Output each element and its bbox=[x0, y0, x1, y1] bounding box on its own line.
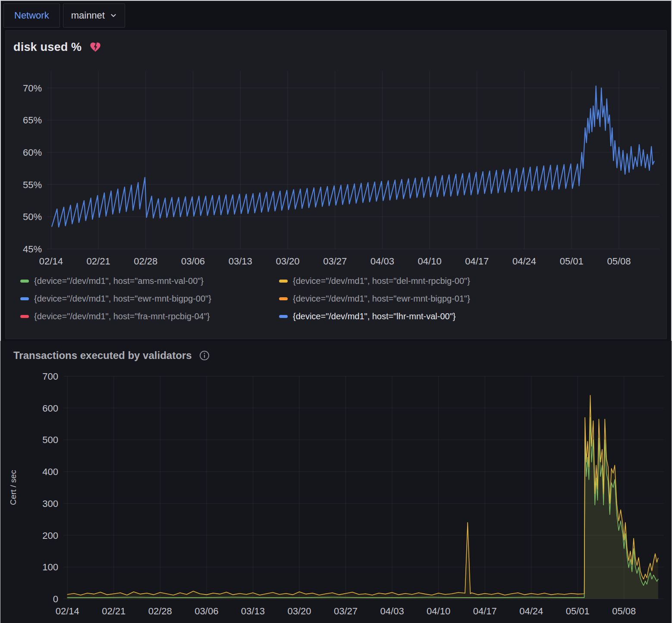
y-tick-label: 400 bbox=[42, 466, 58, 477]
legend-item[interactable]: {device="/dev/md1", host="del-mnt-rpcbig… bbox=[279, 276, 666, 286]
y-tick-label: 500 bbox=[42, 434, 58, 445]
disk-panel-title[interactable]: disk used % bbox=[13, 41, 82, 54]
y-tick-label: 60% bbox=[23, 147, 42, 158]
legend-series-swatch bbox=[20, 315, 29, 318]
x-tick-label: 03/20 bbox=[276, 256, 299, 267]
x-tick-label: 02/28 bbox=[134, 256, 157, 267]
x-tick-label: 03/13 bbox=[229, 256, 252, 267]
disk-used-chart[interactable]: 45%50%55%60%65%70%02/1402/2102/2803/0603… bbox=[6, 58, 666, 274]
legend-item[interactable]: {device="/dev/md1", host="lhr-mnt-val-00… bbox=[279, 311, 666, 321]
legend-series-swatch bbox=[279, 280, 288, 283]
legend-item-label: {device="/dev/md1", host="ewr-mnt-bigpg-… bbox=[293, 293, 470, 304]
x-tick-label: 02/14 bbox=[39, 256, 63, 267]
dashboard-submenu: Network mainnet bbox=[0, 0, 672, 28]
network-variable-dropdown[interactable]: mainnet bbox=[63, 3, 125, 28]
y-tick-label: 70% bbox=[23, 83, 42, 94]
series-area bbox=[67, 418, 658, 599]
x-tick-label: 04/10 bbox=[418, 256, 442, 267]
y-tick-label: 45% bbox=[23, 244, 42, 255]
x-tick-label: 04/03 bbox=[380, 606, 404, 617]
y-tick-label: 0 bbox=[53, 594, 58, 604]
series-line bbox=[67, 418, 658, 598]
y-tick-label: 65% bbox=[23, 115, 42, 126]
x-tick-label: 02/21 bbox=[87, 256, 110, 267]
x-tick-label: 04/17 bbox=[465, 256, 489, 267]
disk-chart-legend: {device="/dev/md1", host="ams-mnt-val-00… bbox=[6, 274, 666, 321]
legend-item[interactable]: {device="/dev/md1", host="ams-mnt-val-00… bbox=[20, 276, 279, 286]
network-variable-label-text: Network bbox=[14, 10, 49, 21]
disk-used-panel: disk used % 45%50%55%60%65%70%02/1402/21… bbox=[5, 30, 667, 339]
y-tick-label: 200 bbox=[42, 530, 58, 541]
legend-series-swatch bbox=[20, 297, 29, 300]
transactions-panel-header: Transactions executed by validators bbox=[0, 341, 672, 364]
y-tick-label: 600 bbox=[42, 403, 58, 414]
legend-series-swatch bbox=[20, 280, 29, 283]
x-tick-label: 04/24 bbox=[519, 606, 543, 617]
x-tick-label: 02/28 bbox=[148, 606, 172, 617]
x-tick-label: 05/08 bbox=[612, 606, 636, 617]
legend-series-swatch bbox=[279, 315, 288, 318]
legend-item-label: {device="/dev/md1", host="ams-mnt-val-00… bbox=[34, 276, 204, 286]
network-variable-value: mainnet bbox=[71, 10, 105, 21]
y-tick-label: 55% bbox=[23, 179, 42, 190]
legend-item-label: {device="/dev/md1", host="ewr-mnt-bigpg-… bbox=[34, 293, 211, 304]
x-tick-label: 05/01 bbox=[560, 256, 584, 267]
x-tick-label: 03/27 bbox=[323, 256, 347, 267]
legend-item-label: {device="/dev/md1", host="lhr-mnt-val-00… bbox=[293, 311, 455, 321]
x-tick-label: 03/27 bbox=[334, 606, 358, 617]
grafana-dashboard: Network mainnet disk used % 45%50%55%60%… bbox=[0, 0, 672, 623]
transactions-chart[interactable]: 010020030040050060070002/1402/2102/2803/… bbox=[0, 364, 671, 623]
legend-item-label: {device="/dev/md1", host="fra-mnt-rpcbig… bbox=[34, 311, 210, 321]
info-icon[interactable] bbox=[199, 350, 210, 361]
y-tick-label: 300 bbox=[42, 498, 58, 509]
x-tick-label: 03/06 bbox=[181, 256, 205, 267]
x-tick-label: 03/20 bbox=[287, 606, 311, 617]
disk-panel-header: disk used % bbox=[6, 31, 666, 58]
transactions-panel: Transactions executed by validators 0100… bbox=[0, 341, 672, 623]
legend-series-swatch bbox=[279, 297, 288, 300]
x-tick-label: 04/10 bbox=[427, 606, 450, 617]
y-tick-label: 50% bbox=[23, 211, 42, 222]
legend-item[interactable]: {device="/dev/md1", host="ewr-mnt-bigpg-… bbox=[20, 293, 279, 304]
x-tick-label: 03/06 bbox=[195, 606, 218, 617]
x-tick-label: 04/17 bbox=[473, 606, 497, 617]
x-tick-label: 04/03 bbox=[371, 256, 394, 267]
y-tick-label: 100 bbox=[42, 562, 58, 573]
x-tick-label: 05/08 bbox=[607, 256, 631, 267]
y-axis-title: Cert / sec bbox=[9, 470, 18, 505]
x-tick-label: 03/13 bbox=[241, 606, 265, 617]
chevron-down-icon bbox=[110, 12, 117, 19]
transactions-panel-title[interactable]: Transactions executed by validators bbox=[13, 349, 192, 362]
series-line bbox=[52, 86, 654, 227]
x-tick-label: 05/01 bbox=[566, 606, 590, 617]
legend-item[interactable]: {device="/dev/md1", host="ewr-mnt-bigpg-… bbox=[279, 293, 666, 304]
broken-heart-icon bbox=[89, 41, 101, 53]
x-tick-label: 02/14 bbox=[56, 606, 79, 617]
series-area bbox=[67, 395, 658, 599]
legend-item[interactable]: {device="/dev/md1", host="fra-mnt-rpcbig… bbox=[20, 311, 279, 321]
y-tick-label: 700 bbox=[42, 371, 58, 382]
legend-item-label: {device="/dev/md1", host="del-mnt-rpcbig… bbox=[293, 276, 470, 286]
x-tick-label: 02/21 bbox=[102, 606, 126, 617]
network-variable-label: Network bbox=[3, 3, 60, 28]
series-line bbox=[67, 395, 658, 595]
x-tick-label: 04/24 bbox=[512, 256, 536, 267]
